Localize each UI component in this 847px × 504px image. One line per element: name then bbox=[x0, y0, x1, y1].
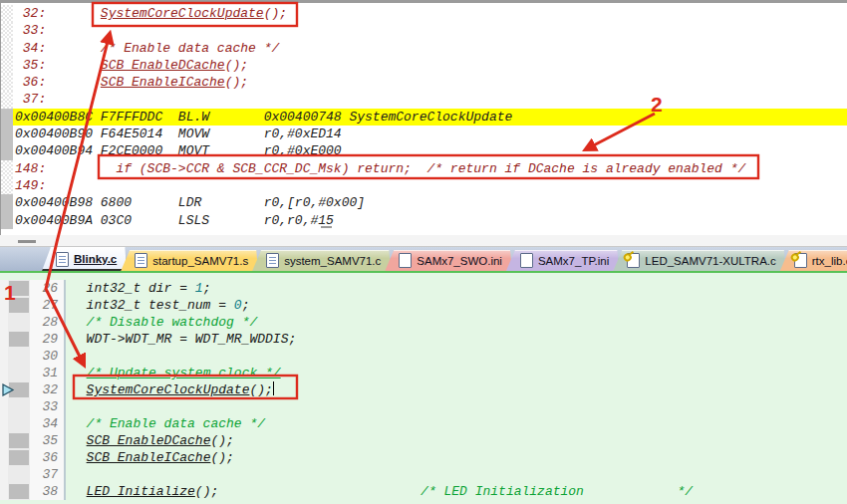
editor-gutter[interactable] bbox=[8, 398, 30, 415]
gutter-cell[interactable] bbox=[1, 212, 13, 229]
gutter-cell[interactable] bbox=[1, 126, 13, 142]
gutter-cell[interactable] bbox=[1, 40, 13, 57]
editor-line[interactable]: 33 bbox=[0, 398, 847, 415]
editor-code-text[interactable]: /* Disable watchdog */ bbox=[66, 314, 847, 331]
tab-startup-samv71-s[interactable]: startup_SAMV71.s bbox=[121, 250, 258, 271]
disassembly-line-text[interactable]: 0x00400B94 F2CE0000 MOVT r0,#0xE000 bbox=[13, 142, 847, 159]
gutter-cell[interactable] bbox=[1, 160, 13, 177]
editor-gutter[interactable] bbox=[8, 432, 30, 449]
hscrollbar-thumb[interactable] bbox=[18, 240, 36, 243]
editor-margin[interactable] bbox=[0, 348, 8, 365]
gutter-cell[interactable] bbox=[1, 194, 13, 211]
editor-margin[interactable] bbox=[0, 280, 8, 297]
gutter-cell[interactable] bbox=[1, 177, 13, 194]
gutter-cell[interactable] bbox=[1, 74, 13, 91]
editor-margin[interactable] bbox=[0, 331, 8, 348]
tab-led-samv71-xultra-c[interactable]: LED_SAMV71-XULTRA.c bbox=[613, 250, 785, 271]
tab-blinky-c[interactable]: Blinky.c bbox=[42, 247, 127, 271]
editor-gutter[interactable] bbox=[8, 331, 30, 348]
disassembly-line-text[interactable]: 0x00400B90 F64E5014 MOVW r0,#0xED14 bbox=[13, 126, 847, 142]
disassembly-row[interactable]: 37: bbox=[1, 91, 847, 108]
disassembly-line-text[interactable]: 32: SystemCoreClockUpdate(); bbox=[13, 5, 847, 22]
editor-code-text[interactable]: /* Update system clock */ bbox=[66, 365, 847, 381]
tab-rtx-lib-c[interactable]: rtx_lib.c bbox=[780, 250, 847, 271]
disassembly-line-text[interactable]: 0x00400B98 6800 LDR r0,[r0,#0x00] bbox=[13, 194, 847, 211]
editor-line[interactable]: 37 bbox=[0, 466, 847, 483]
editor-code-text[interactable] bbox=[66, 348, 847, 365]
editor-line[interactable]: 36 SCB_EnableICache(); bbox=[0, 449, 847, 466]
disassembly-line-text[interactable]: 0x00400B8C F7FFFDDC BL.W 0x00400748 Syst… bbox=[13, 109, 847, 126]
editor-code-text[interactable] bbox=[66, 398, 847, 415]
tab-system-samv71-c[interactable]: system_SAMV71.c bbox=[252, 250, 391, 271]
editor-margin[interactable] bbox=[0, 314, 8, 331]
editor-code-text[interactable]: SCB_EnableDCache(); bbox=[66, 432, 847, 449]
editor-margin[interactable] bbox=[0, 432, 8, 449]
editor-code-text[interactable]: SCB_EnableICache(); bbox=[66, 449, 847, 466]
editor-line[interactable]: 31 /* Update system clock */ bbox=[0, 365, 847, 381]
editor-margin[interactable] bbox=[0, 483, 8, 500]
disassembly-line-text[interactable]: 33: bbox=[13, 22, 847, 39]
gutter-cell[interactable] bbox=[1, 5, 13, 22]
disassembly-row[interactable]: 32: SystemCoreClockUpdate(); bbox=[1, 5, 847, 22]
editor-gutter[interactable] bbox=[8, 314, 30, 331]
disassembly-line-text[interactable]: 0x00400B9A 03C0 LSLS r0,r0,#15 bbox=[13, 212, 847, 229]
disassembly-line-text[interactable]: 36: SCB_EnableICache(); bbox=[13, 74, 847, 91]
disassembly-row[interactable]: 148: if (SCB->CCR & SCB_CCR_DC_Msk) retu… bbox=[1, 160, 847, 177]
gutter-cell[interactable] bbox=[1, 109, 13, 126]
editor-code-text[interactable]: int32_t test_num = 0; bbox=[66, 297, 847, 314]
editor-line[interactable]: 28 /* Disable watchdog */ bbox=[0, 314, 847, 331]
disassembly-line-text[interactable]: 148: if (SCB->CCR & SCB_CCR_DC_Msk) retu… bbox=[13, 160, 847, 177]
disassembly-row[interactable]: 36: SCB_EnableICache(); bbox=[1, 74, 847, 91]
editor-line[interactable]: 27 int32_t test_num = 0; bbox=[0, 297, 847, 314]
gutter-cell[interactable] bbox=[1, 22, 13, 39]
editor-line[interactable]: 29 WDT->WDT_MR = WDT_MR_WDDIS; bbox=[0, 331, 847, 348]
disassembly-row[interactable]: 0x00400B9A 03C0 LSLS r0,r0,#15 bbox=[1, 212, 847, 229]
editor-code-text[interactable]: /* Enable data cache */ bbox=[66, 415, 847, 432]
editor-line[interactable]: 34 /* Enable data cache */ bbox=[0, 415, 847, 432]
disassembly-row[interactable]: 0x00400B90 F64E5014 MOVW r0,#0xED14 bbox=[1, 126, 847, 142]
disassembly-line-text[interactable]: 37: bbox=[13, 91, 847, 108]
editor-margin[interactable] bbox=[0, 466, 8, 483]
editor-code-text[interactable]: int32_t dir = 1; bbox=[66, 280, 847, 297]
disassembly-hscrollbar[interactable] bbox=[0, 235, 847, 247]
editor-gutter[interactable] bbox=[8, 348, 30, 365]
editor-line[interactable]: 35 SCB_EnableDCache(); bbox=[0, 432, 847, 449]
editor-code-text[interactable] bbox=[66, 466, 847, 483]
editor-margin[interactable] bbox=[0, 297, 8, 314]
editor-gutter[interactable] bbox=[8, 297, 30, 314]
gutter-cell[interactable] bbox=[1, 57, 13, 74]
editor-gutter[interactable] bbox=[8, 483, 30, 500]
source-editor-pane[interactable]: 26 int32_t dir = 1;27 int32_t test_num =… bbox=[0, 271, 847, 504]
disassembly-pane[interactable]: 32: SystemCoreClockUpdate(); 33: 34: /* … bbox=[0, 0, 847, 235]
editor-line[interactable]: 38 LED_Initialize(); /* LED Initializati… bbox=[0, 483, 847, 500]
disassembly-line-text[interactable]: 149: bbox=[13, 177, 847, 194]
disassembly-row[interactable]: 149: bbox=[1, 177, 847, 194]
editor-gutter[interactable] bbox=[8, 449, 30, 466]
gutter-cell[interactable] bbox=[1, 91, 13, 108]
tab-samx7-tp-ini[interactable]: SAMx7_TP.ini bbox=[506, 250, 619, 271]
disassembly-row[interactable]: 0x00400B8C F7FFFDDC BL.W 0x00400748 Syst… bbox=[1, 109, 847, 126]
editor-code-text[interactable]: SystemCoreClockUpdate(); bbox=[66, 381, 847, 398]
editor-code-text[interactable]: LED_Initialize(); /* LED Initialization … bbox=[66, 483, 847, 500]
editor-line[interactable]: 32 SystemCoreClockUpdate(); bbox=[0, 381, 847, 398]
disassembly-row[interactable]: 0x00400B98 6800 LDR r0,[r0,#0x00] bbox=[1, 194, 847, 211]
disassembly-row[interactable]: 33: bbox=[1, 22, 847, 39]
editor-line[interactable]: 30 bbox=[0, 348, 847, 365]
editor-margin[interactable] bbox=[0, 365, 8, 381]
editor-gutter[interactable] bbox=[8, 365, 30, 381]
editor-gutter[interactable] bbox=[8, 415, 30, 432]
editor-margin[interactable] bbox=[0, 449, 8, 466]
gutter-cell[interactable] bbox=[1, 142, 13, 159]
editor-code-text[interactable]: WDT->WDT_MR = WDT_MR_WDDIS; bbox=[66, 331, 847, 348]
editor-line[interactable]: 26 int32_t dir = 1; bbox=[0, 280, 847, 297]
tab-samx7-swo-ini[interactable]: SAMx7_SWO.ini bbox=[385, 250, 512, 271]
editor-margin[interactable] bbox=[0, 398, 8, 415]
disassembly-row[interactable]: 34: /* Enable data cache */ bbox=[1, 40, 847, 57]
editor-gutter[interactable] bbox=[8, 466, 30, 483]
editor-margin[interactable] bbox=[0, 415, 8, 432]
disassembly-row[interactable]: 35: SCB_EnableDCache(); bbox=[1, 57, 847, 74]
disassembly-line-text[interactable]: 34: /* Enable data cache */ bbox=[13, 40, 847, 57]
disassembly-row[interactable]: 0x00400B94 F2CE0000 MOVT r0,#0xE000 bbox=[1, 142, 847, 159]
editor-gutter[interactable] bbox=[8, 280, 30, 297]
disassembly-line-text[interactable]: 35: SCB_EnableDCache(); bbox=[13, 57, 847, 74]
